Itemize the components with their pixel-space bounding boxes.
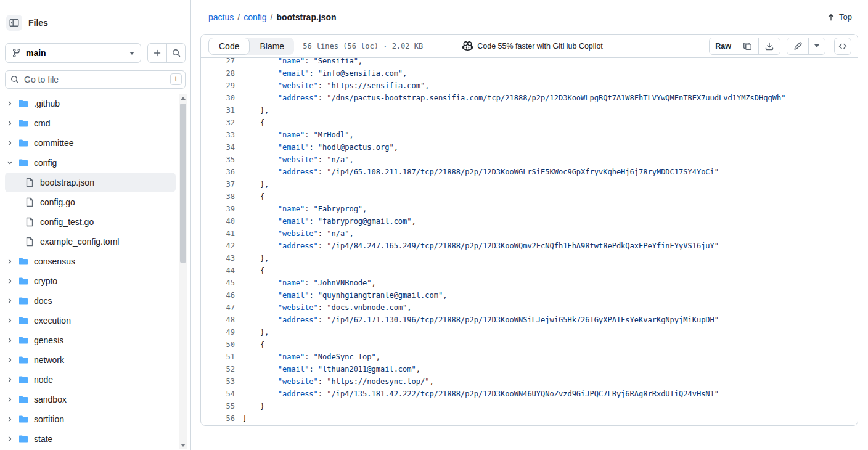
code-text: "name": "MrHodl", xyxy=(235,129,354,141)
tree-item-state[interactable]: state xyxy=(5,429,176,449)
line-number[interactable]: 48 xyxy=(201,314,235,326)
chevron-right-icon[interactable] xyxy=(6,277,14,285)
tree-item-crypto[interactable]: crypto xyxy=(5,271,176,291)
tab-blame[interactable]: Blame xyxy=(250,38,294,55)
chevron-right-icon[interactable] xyxy=(6,120,14,127)
line-number[interactable]: 43 xyxy=(201,252,235,264)
code-text: { xyxy=(235,264,264,277)
tree-item-network[interactable]: network xyxy=(5,350,176,370)
tree-item-sandbox[interactable]: sandbox xyxy=(5,390,176,409)
tree-item-node[interactable]: node xyxy=(5,370,176,390)
tree-item-label: sandbox xyxy=(34,395,67,404)
file-icon xyxy=(25,217,35,227)
folder-icon xyxy=(18,316,28,325)
line-number[interactable]: 29 xyxy=(201,80,235,92)
line-number[interactable]: 28 xyxy=(201,67,235,80)
collapse-file-tree-button[interactable] xyxy=(6,15,22,31)
chevron-right-icon[interactable] xyxy=(6,100,14,107)
line-number[interactable]: 34 xyxy=(201,141,235,153)
tree-item-config[interactable]: config xyxy=(5,153,176,173)
add-file-button[interactable] xyxy=(148,44,166,62)
chevron-right-icon[interactable] xyxy=(6,435,14,443)
line-number[interactable]: 47 xyxy=(201,301,235,314)
tree-item-example_config.toml[interactable]: example_config.toml xyxy=(5,232,176,252)
line-number[interactable]: 36 xyxy=(201,166,235,178)
breadcrumb-repo-link[interactable]: pactus xyxy=(208,12,234,22)
line-number[interactable]: 44 xyxy=(201,264,235,277)
tree-item-config_test.go[interactable]: config_test.go xyxy=(5,212,176,232)
search-tree-button[interactable] xyxy=(166,44,185,62)
code-text: "address": "/ip4/65.108.211.187/tcp/2188… xyxy=(235,166,719,178)
scroll-to-top-button[interactable]: Top xyxy=(822,10,857,24)
chevron-right-icon[interactable] xyxy=(6,415,14,423)
line-number[interactable]: 55 xyxy=(201,400,235,412)
code-line: 46 "email": "quynhgiangtranle@gmail.com"… xyxy=(201,289,858,301)
scrollbar-thumb[interactable] xyxy=(180,104,186,263)
tree-item-label: cmd xyxy=(34,118,50,128)
chevron-right-icon[interactable] xyxy=(6,376,14,383)
scroll-down-arrow-icon[interactable] xyxy=(179,441,187,449)
branch-selector[interactable]: main xyxy=(5,43,141,63)
download-raw-button[interactable] xyxy=(758,38,780,54)
file-viewer-box: Code Blame 56 lines (56 loc) · 2.02 KB C… xyxy=(200,34,858,426)
tree-item-.github[interactable]: .github xyxy=(5,94,176,113)
code-text: "address": "/ip4/135.181.42.222/tcp/2188… xyxy=(235,388,719,400)
tree-item-bootstrap.json[interactable]: bootstrap.json xyxy=(5,173,176,192)
line-number[interactable]: 54 xyxy=(201,388,235,400)
file-icon xyxy=(25,178,35,187)
line-number[interactable]: 40 xyxy=(201,215,235,227)
go-to-file-input[interactable] xyxy=(5,70,186,89)
line-number[interactable]: 39 xyxy=(201,203,235,215)
line-number[interactable]: 52 xyxy=(201,363,235,375)
line-number[interactable]: 27 xyxy=(201,58,235,67)
chevron-right-icon[interactable] xyxy=(6,396,14,403)
line-number[interactable]: 31 xyxy=(201,104,235,117)
chevron-right-icon[interactable] xyxy=(6,337,14,344)
copy-raw-button[interactable] xyxy=(737,38,758,54)
line-number[interactable]: 33 xyxy=(201,129,235,141)
line-number[interactable]: 32 xyxy=(201,117,235,129)
scroll-up-arrow-icon[interactable] xyxy=(179,94,187,102)
line-number[interactable]: 56 xyxy=(201,412,235,425)
tree-item-label: sortition xyxy=(34,414,64,424)
breadcrumb-current-file: bootstrap.json xyxy=(276,12,336,22)
tab-code[interactable]: Code xyxy=(208,38,250,55)
symbols-panel-button[interactable] xyxy=(834,38,851,55)
line-number[interactable]: 45 xyxy=(201,277,235,289)
line-number[interactable]: 51 xyxy=(201,351,235,363)
code-content: 27 "name": "Sensifia",28 "email": "info@… xyxy=(201,58,858,425)
chevron-down-icon[interactable] xyxy=(6,159,14,166)
line-number[interactable]: 46 xyxy=(201,289,235,301)
tree-item-execution[interactable]: execution xyxy=(5,311,176,330)
line-number[interactable]: 38 xyxy=(201,190,235,203)
line-number[interactable]: 53 xyxy=(201,375,235,388)
raw-button[interactable]: Raw xyxy=(710,38,737,54)
tree-item-docs[interactable]: docs xyxy=(5,291,176,311)
line-number[interactable]: 42 xyxy=(201,240,235,252)
line-number[interactable]: 37 xyxy=(201,178,235,190)
code-line: 34 "email": "hodl@pactus.org", xyxy=(201,141,858,153)
code-line: 43 }, xyxy=(201,252,858,264)
chevron-right-icon[interactable] xyxy=(6,317,14,324)
tree-item-consensus[interactable]: consensus xyxy=(5,252,176,271)
tree-item-genesis[interactable]: genesis xyxy=(5,330,176,350)
line-number[interactable]: 35 xyxy=(201,153,235,166)
chevron-right-icon[interactable] xyxy=(6,297,14,305)
breadcrumb-folder-link[interactable]: config xyxy=(244,12,266,22)
line-number[interactable]: 49 xyxy=(201,326,235,338)
tree-item-committee[interactable]: committee xyxy=(5,133,176,153)
line-number[interactable]: 41 xyxy=(201,227,235,240)
line-number[interactable]: 50 xyxy=(201,338,235,351)
chevron-right-icon[interactable] xyxy=(6,258,14,265)
tree-item-sortition[interactable]: sortition xyxy=(5,409,176,429)
edit-file-button[interactable] xyxy=(787,38,808,54)
search-icon xyxy=(171,48,181,58)
tree-item-cmd[interactable]: cmd xyxy=(5,113,176,133)
edit-dropdown-button[interactable] xyxy=(808,38,825,54)
chevron-right-icon[interactable] xyxy=(6,139,14,147)
chevron-right-icon[interactable] xyxy=(6,356,14,364)
tree-item-config.go[interactable]: config.go xyxy=(5,192,176,212)
code-line: 51 "name": "NodeSync_Top", xyxy=(201,351,858,363)
line-number[interactable]: 30 xyxy=(201,92,235,104)
code-text: "email": "info@sensifia.com", xyxy=(235,67,407,80)
